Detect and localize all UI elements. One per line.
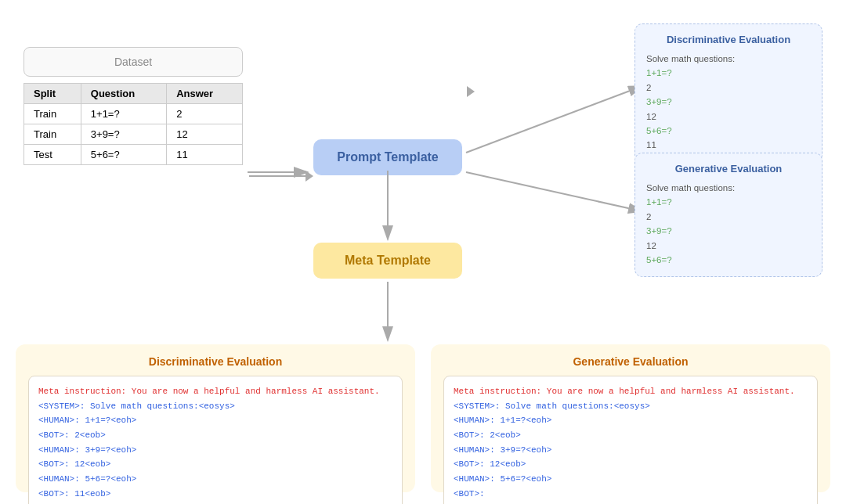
bottom-gen-title: Generative Evaluation <box>443 355 818 368</box>
bottom-discrim-title: Discriminative Evaluation <box>28 355 403 368</box>
content-line: <BOT>: 12<eob> <box>454 459 526 469</box>
gen-content-line1: Solve math questions: <box>646 183 735 193</box>
content-line: <BOT>: 12<eob> <box>38 459 110 469</box>
discrim-content-green-1: 1+1=? <box>646 68 672 77</box>
discrim-eval-right-title: Discriminative Evaluation <box>646 34 811 45</box>
prompt-template-label: Prompt Template <box>337 150 439 164</box>
generative-eval-right: Generative Evaluation Solve math questio… <box>634 153 822 277</box>
content-line: <SYSTEM>: Solve math questions:<eosys> <box>454 401 650 411</box>
dataset-label: Dataset <box>24 47 243 77</box>
discrim-content-ans1: 2 <box>646 83 651 92</box>
content-line: <HUMAN>: 5+6=?<eoh> <box>38 474 136 484</box>
svg-line-1 <box>466 86 642 153</box>
discrim-content-ans2: 12 <box>646 112 656 121</box>
content-line: <HUMAN>: 3+9=?<eoh> <box>38 445 136 455</box>
bottom-section: Discriminative Evaluation Meta instructi… <box>16 344 830 492</box>
table-cell: 5+6=? <box>81 145 166 165</box>
discrim-content-line1: Solve math questions: <box>646 54 735 63</box>
gen-content-ans1: 2 <box>646 212 651 221</box>
content-line: <HUMAN>: 3+9=?<eoh> <box>454 445 551 455</box>
discrim-content-green-3: 5+6=? <box>646 126 672 135</box>
content-line: <SYSTEM>: Solve math questions:<eosys> <box>38 401 235 411</box>
gen-eval-right-title: Generative Evaluation <box>646 163 811 175</box>
col-split: Split <box>24 84 81 104</box>
bottom-generative-panel: Generative Evaluation Meta instruction: … <box>431 344 830 492</box>
table-cell: 1+1=? <box>81 104 166 124</box>
content-line: <HUMAN>: 5+6=?<eoh> <box>454 474 551 484</box>
gen-content-ans2: 12 <box>646 241 656 250</box>
content-line: <BOT>: <box>454 489 485 499</box>
table-cell: 11 <box>167 145 243 165</box>
table-cell: Train <box>24 104 81 124</box>
content-line: <BOT>: 11<eob> <box>38 489 110 499</box>
gen-eval-right-content: Solve math questions: 1+1=? 2 3+9=? 12 5… <box>646 181 811 267</box>
meta-template-box: Meta Template <box>313 243 462 279</box>
content-line: <BOT>: 2<eob> <box>454 430 521 440</box>
discriminative-eval-right: Discriminative Evaluation Solve math que… <box>634 23 822 163</box>
gen-content-green-2: 3+9=? <box>646 226 672 236</box>
prompt-template-box: Prompt Template <box>313 139 462 175</box>
table-cell: Test <box>24 145 81 165</box>
discrim-content-ans3: 11 <box>646 140 656 149</box>
table-cell: 3+9=? <box>81 124 166 145</box>
dataset-table: Split Question Answer Train1+1=?2Train3+… <box>24 83 243 165</box>
gen-content-green-1: 1+1=? <box>646 197 672 207</box>
content-line: Meta instruction: You are now a helpful … <box>38 387 380 396</box>
arrow-prompt-to-discrim <box>467 86 475 97</box>
gen-content-green-3: 5+6=? <box>646 255 672 265</box>
bottom-gen-content: Meta instruction: You are now a helpful … <box>443 376 818 504</box>
meta-template-label: Meta Template <box>345 254 431 267</box>
content-line: <HUMAN>: 1+1=?<eoh> <box>454 416 551 425</box>
col-answer: Answer <box>167 84 243 104</box>
bottom-discriminative-panel: Discriminative Evaluation Meta instructi… <box>16 344 415 492</box>
table-cell: 2 <box>167 104 243 124</box>
arrow-dataset-to-prompt <box>249 171 313 182</box>
content-line: <BOT>: 2<eob> <box>38 430 106 440</box>
dataset-section: Dataset Split Question Answer Train1+1=?… <box>24 47 243 165</box>
bottom-discrim-content: Meta instruction: You are now a helpful … <box>28 376 403 504</box>
table-cell: 12 <box>167 124 243 145</box>
discrim-content-green-2: 3+9=? <box>646 97 672 106</box>
discrim-eval-right-content: Solve math questions: 1+1=? 2 3+9=? 12 5… <box>646 52 811 153</box>
col-question: Question <box>81 84 166 104</box>
content-line: Meta instruction: You are now a helpful … <box>454 387 795 396</box>
table-cell: Train <box>24 124 81 145</box>
content-line: <HUMAN>: 1+1=?<eoh> <box>38 416 136 425</box>
svg-line-2 <box>466 172 642 211</box>
diagram-container: Dataset Split Question Answer Train1+1=?… <box>0 0 846 504</box>
